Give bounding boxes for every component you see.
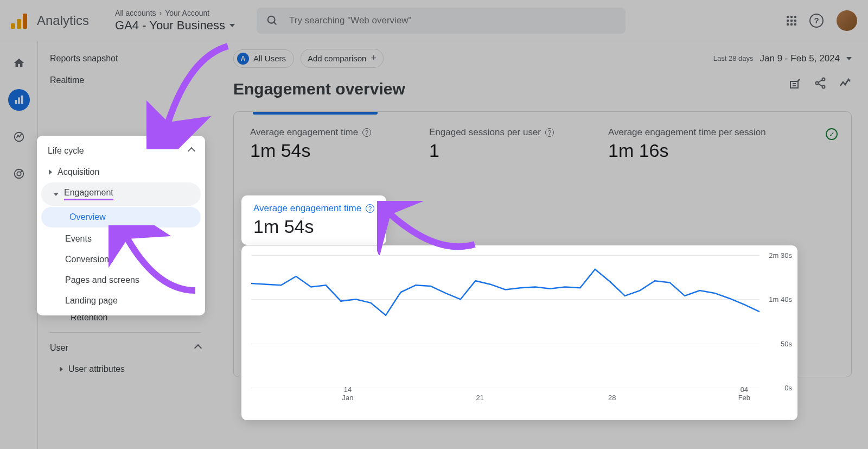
metric-value: 1m 54s — [253, 216, 374, 237]
add-comparison-label: Add comparison — [308, 54, 366, 63]
rail-explore[interactable] — [8, 126, 30, 148]
tab-indicator — [253, 112, 378, 115]
segment-label: All Users — [253, 54, 286, 63]
svg-point-7 — [17, 172, 21, 175]
chevron-up-icon — [188, 147, 195, 155]
add-comparison-button[interactable]: Add comparison + — [301, 49, 384, 68]
nav-realtime[interactable]: Realtime — [42, 69, 208, 91]
date-picker[interactable]: Last 28 days Jan 9 - Feb 5, 2024 — [713, 53, 852, 64]
plus-icon: + — [371, 53, 376, 64]
svg-rect-4 — [21, 96, 23, 104]
svg-point-0 — [268, 16, 275, 23]
check-icon: ✓ — [826, 128, 838, 140]
nav-pages-screens[interactable]: Pages and screens — [37, 270, 205, 290]
rail-advertising[interactable] — [8, 163, 30, 185]
rail-home[interactable] — [8, 52, 30, 74]
svg-rect-8 — [790, 81, 798, 88]
breadcrumb: All accounts › Your Account — [115, 9, 235, 17]
search-icon — [266, 15, 278, 27]
metric-value: 1 — [429, 140, 570, 161]
svg-line-13 — [818, 84, 822, 86]
page-title: Engagement overview — [233, 80, 405, 98]
line-chart: 0s50s1m 40s2m 30s14Jan212804Feb — [251, 255, 792, 404]
nav-acquisition[interactable]: Acquisition — [37, 162, 205, 182]
date-range-text: Jan 9 - Feb 5, 2024 — [760, 53, 840, 64]
nav-reports-snapshot[interactable]: Reports snapshot — [42, 48, 208, 69]
metric-label: Average engagement time — [253, 203, 361, 214]
analytics-logo-icon — [11, 12, 27, 29]
apps-icon[interactable] — [787, 16, 796, 26]
avatar[interactable] — [837, 10, 857, 31]
search-bar[interactable] — [257, 8, 626, 34]
date-preset-label: Last 28 days — [713, 54, 754, 62]
segment-badge-icon: A — [237, 53, 249, 65]
logo-text: Analytics — [37, 13, 89, 28]
nav-user-section[interactable]: User — [42, 337, 208, 359]
divider — [50, 332, 201, 333]
chart-highlight: 0s50s1m 40s2m 30s14Jan212804Feb — [241, 245, 797, 420]
help-icon[interactable]: ? — [809, 14, 824, 28]
metric-engaged-sessions[interactable]: Engaged sessions per user? 1 — [429, 127, 570, 161]
caret-down-icon — [846, 57, 852, 60]
nav-landing-page[interactable]: Landing page — [37, 290, 205, 311]
app-header: Analytics All accounts › Your Account GA… — [0, 0, 868, 41]
nav-user-attributes[interactable]: User attributes — [42, 359, 208, 380]
search-input[interactable] — [289, 15, 616, 26]
svg-rect-2 — [15, 100, 17, 104]
nav-overview[interactable]: Overview — [41, 207, 201, 227]
svg-line-12 — [818, 80, 822, 83]
info-icon[interactable]: ? — [545, 128, 554, 137]
chevron-right-icon: › — [159, 9, 162, 17]
property-name: GA4 - Your Business — [115, 18, 225, 33]
caret-down-icon — [53, 193, 59, 196]
nav-events[interactable]: Events — [37, 229, 205, 249]
chevron-up-icon — [194, 344, 202, 352]
icon-rail — [0, 41, 38, 449]
nav-engagement[interactable]: Engagement — [41, 182, 201, 206]
metric-highlight: Average engagement time? 1m 54s — [241, 195, 386, 245]
metric-avg-engagement-time[interactable]: Average engagement time? 1m 54s — [250, 127, 391, 161]
caret-right-icon — [60, 366, 63, 372]
info-icon[interactable]: ? — [362, 128, 371, 137]
svg-line-1 — [274, 22, 277, 24]
svg-rect-3 — [18, 97, 20, 104]
caret-right-icon — [49, 169, 52, 175]
metric-avg-per-session[interactable]: Average engagement time per session 1m 1… — [608, 127, 766, 161]
share-icon[interactable] — [814, 77, 827, 90]
metric-value: 1m 54s — [250, 140, 391, 161]
breadcrumb-account: Your Account — [165, 9, 209, 17]
logo[interactable]: Analytics — [11, 12, 89, 29]
info-icon[interactable]: ? — [366, 204, 374, 213]
rail-reports[interactable] — [8, 89, 30, 111]
segment-all-users[interactable]: A All Users — [233, 49, 294, 68]
account-selector[interactable]: All accounts › Your Account GA4 - Your B… — [115, 9, 235, 33]
insights-icon[interactable] — [839, 77, 852, 90]
nav-highlight-panel: Life cycle Acquisition Engagement Overvi… — [37, 136, 205, 315]
caret-down-icon — [229, 24, 235, 27]
customize-icon[interactable] — [789, 77, 802, 90]
breadcrumb-accounts: All accounts — [115, 9, 156, 17]
nav-conversions[interactable]: Conversions — [37, 249, 205, 270]
nav-life-cycle[interactable]: Life cycle — [37, 140, 205, 162]
metric-value: 1m 16s — [608, 140, 766, 161]
